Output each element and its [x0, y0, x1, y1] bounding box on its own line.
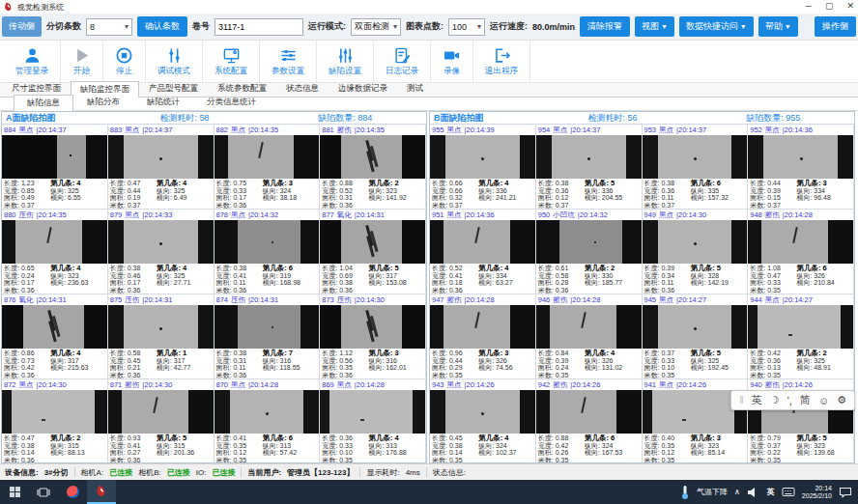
sub-tab[interactable]: 分类信息统计 [193, 94, 270, 110]
operator-side-button[interactable]: 操作侧 [815, 16, 856, 37]
defect-cell[interactable]: 884 黑点 |20:14:37 长度: 1.23 宽度: 0.85 面积: 0… [2, 125, 108, 210]
defect-image[interactable] [748, 220, 853, 264]
drive-side-button[interactable]: 传动侧 [2, 16, 42, 37]
defect-cell[interactable]: 942 擦伤 |20:14:26 长度: 0.88 宽度: 0.42 面积: 0… [536, 379, 643, 462]
defect-cell[interactable]: 871 擦伤 |20:14:30 长度: 0.93 宽度: 0.41 面积: 0… [108, 379, 214, 462]
ime-settings-gear-icon[interactable]: ⚙ [837, 394, 846, 406]
defect-image[interactable] [320, 305, 425, 349]
defect-image[interactable] [214, 135, 320, 179]
defect-cell[interactable]: 875 压伤 |20:14:31 长度: 0.58 宽度: 0.45 面积: 0… [108, 294, 214, 379]
main-tab[interactable]: 边缘数据记录 [329, 80, 397, 97]
slit-count-dropdown[interactable]: 8 [86, 18, 132, 36]
action-button[interactable]: 管理登录 [4, 41, 61, 82]
main-tab[interactable]: 缺陷监控界面 [71, 81, 139, 98]
defect-cell[interactable]: 945 黑点 |20:14:27 长度: 0.37 宽度: 0.33 面积: 0… [643, 294, 749, 379]
taskbar-clock[interactable]: 20:14 2025/2/10 [802, 485, 832, 500]
defect-cell[interactable]: 950 小凹坑 |20:14:32 长度: 0.61 宽度: 0.58 面积: … [536, 210, 643, 294]
defect-cell[interactable]: 954 黑点 |20:14:37 长度: 0.38 宽度: 0.36 面积: 0… [536, 125, 643, 210]
defect-image[interactable] [320, 220, 425, 264]
defect-cell[interactable]: 952 黑点 |20:14:36 长度: 0.44 宽度: 0.39 面积: 0… [748, 125, 854, 210]
defect-cell[interactable]: 873 压伤 |20:14:30 长度: 1.12 宽度: 0.56 面积: 0… [320, 294, 426, 379]
defect-cell[interactable]: 943 黑点 |20:14:26 长度: 0.45 宽度: 0.38 面积: 0… [430, 379, 536, 462]
view-menu-button[interactable]: 视图 [635, 16, 674, 37]
action-button[interactable]: 系统配置 [203, 41, 260, 82]
defect-cell[interactable]: 879 黑点 |20:14:33 长度: 0.38 宽度: 0.46 面积: 0… [108, 210, 214, 294]
action-button[interactable]: 录像 [431, 41, 473, 82]
defect-cell[interactable]: 872 黑点 |20:14:30 长度: 0.47 宽度: 0.38 面积: 0… [2, 379, 108, 462]
defect-image[interactable] [108, 305, 214, 349]
defect-image[interactable] [2, 220, 107, 264]
sub-tab[interactable]: 缺陷信息 [14, 95, 73, 111]
defect-image[interactable] [108, 390, 214, 434]
ime-punctuation-icon[interactable]: ’, [786, 395, 792, 406]
action-button[interactable]: 退出程序 [473, 41, 530, 82]
defect-image[interactable] [536, 135, 642, 179]
ime-simplified-mode[interactable]: 简 [800, 393, 811, 407]
main-tab[interactable]: 测试 [397, 80, 433, 97]
defect-cell[interactable]: 880 压伤 |20:14:35 长度: 0.65 宽度: 0.24 面积: 0… [2, 210, 108, 294]
action-button[interactable]: 停止 [103, 41, 146, 82]
defect-image[interactable] [643, 220, 748, 264]
weather-text[interactable]: 气温下降 [697, 487, 728, 497]
sub-tab[interactable]: 缺陷统计 [133, 94, 193, 110]
volume-icon[interactable] [747, 487, 760, 498]
action-button[interactable]: 开始 [61, 41, 103, 82]
defect-cell[interactable]: 946 擦伤 |20:14:28 长度: 0.84 宽度: 0.39 面积: 0… [536, 294, 643, 379]
defect-image[interactable] [748, 135, 853, 179]
defect-image[interactable] [748, 305, 853, 349]
defect-cell[interactable]: 881 擦伤 |20:14:35 长度: 0.88 宽度: 0.52 面积: 0… [320, 125, 426, 210]
ime-emoji-icon[interactable]: ☺ [818, 395, 829, 406]
defect-image[interactable] [643, 135, 748, 179]
defect-image[interactable] [214, 390, 320, 434]
help-menu-button[interactable]: 帮助 [758, 16, 798, 37]
defect-image[interactable] [430, 220, 535, 264]
ime-english-mode[interactable]: 英 [752, 393, 762, 407]
clear-alarm-button[interactable]: 清除报警 [580, 16, 630, 37]
defect-image[interactable] [536, 390, 642, 434]
defect-cell[interactable]: 869 黑点 |20:14:28 长度: 0.36 宽度: 0.33 面积: 0… [320, 379, 426, 462]
defect-cell[interactable]: 947 擦伤 |20:14:28 长度: 0.96 宽度: 0.44 面积: 0… [430, 294, 536, 379]
ime-drag-handle-icon[interactable]: ‖ [739, 395, 743, 406]
ime-moon-icon[interactable]: ☽ [770, 394, 780, 406]
window-control-button[interactable]: ─ [806, 1, 812, 11]
defect-cell[interactable]: 883 黑点 |20:14:37 长度: 0.47 宽度: 0.44 面积: 0… [108, 125, 214, 210]
defect-cell[interactable]: 878 黑点 |20:14:32 长度: 0.38 宽度: 0.41 面积: 0… [214, 210, 321, 294]
defect-image[interactable] [108, 220, 214, 264]
action-button[interactable]: 参数设置 [260, 41, 317, 82]
defect-cell[interactable]: 948 擦伤 |20:14:28 长度: 1.08 宽度: 0.47 面积: 0… [748, 210, 854, 294]
active-app-button[interactable] [87, 480, 116, 504]
action-button[interactable]: 缺陷设置 [317, 41, 374, 82]
defect-image[interactable] [2, 305, 107, 349]
data-shortcut-menu-button[interactable]: 数据快捷访问 [679, 16, 754, 37]
defect-image[interactable] [430, 305, 535, 349]
action-center-icon[interactable] [839, 487, 852, 498]
defect-cell[interactable]: 874 压伤 |20:14:31 长度: 0.38 宽度: 0.31 面积: 0… [214, 294, 321, 379]
defect-cell[interactable]: 882 黑点 |20:14:35 长度: 0.75 宽度: 0.33 面积: 0… [214, 125, 321, 210]
defect-image[interactable] [214, 220, 320, 264]
defect-image[interactable] [214, 305, 320, 349]
language-indicator[interactable]: 英 [767, 487, 775, 497]
defect-image[interactable] [108, 135, 214, 179]
action-button[interactable]: 日志记录 [374, 41, 431, 82]
main-tab[interactable]: 状态信息 [276, 80, 329, 97]
run-mode-dropdown[interactable]: 双面检测 [351, 18, 401, 36]
defect-image[interactable] [320, 135, 425, 179]
defect-image[interactable] [643, 305, 748, 349]
defect-cell[interactable]: 955 黑点 |20:14:39 长度: 0.66 宽度: 0.66 面积: 0… [430, 125, 536, 210]
task-view-button[interactable] [29, 480, 58, 504]
defect-cell[interactable]: 870 黑点 |20:14:28 长度: 0.41 宽度: 0.35 面积: 0… [214, 379, 321, 462]
defect-image[interactable] [430, 135, 535, 179]
defect-image[interactable] [2, 390, 107, 434]
window-control-button[interactable]: ▢ [825, 1, 834, 11]
defect-cell[interactable]: 949 黑点 |20:14:30 长度: 0.39 宽度: 0.34 面积: 0… [643, 210, 749, 294]
defect-cell[interactable]: 953 黑点 |20:14:37 长度: 0.38 宽度: 0.36 面积: 0… [643, 125, 749, 210]
defect-image[interactable] [536, 220, 642, 264]
window-control-button[interactable]: ✕ [846, 1, 854, 11]
defect-image[interactable] [536, 305, 642, 349]
pinned-app-button[interactable] [58, 480, 87, 504]
defect-cell[interactable]: 876 氧化 |20:14:31 长度: 0.86 宽度: 0.73 面积: 0… [2, 294, 108, 379]
confirm-count-button[interactable]: 确认条数 [137, 16, 187, 37]
defect-image[interactable] [320, 390, 425, 434]
defect-image[interactable] [2, 135, 107, 179]
defect-cell[interactable]: 877 氧化 |20:14:31 长度: 1.04 宽度: 0.69 面积: 0… [320, 210, 426, 294]
